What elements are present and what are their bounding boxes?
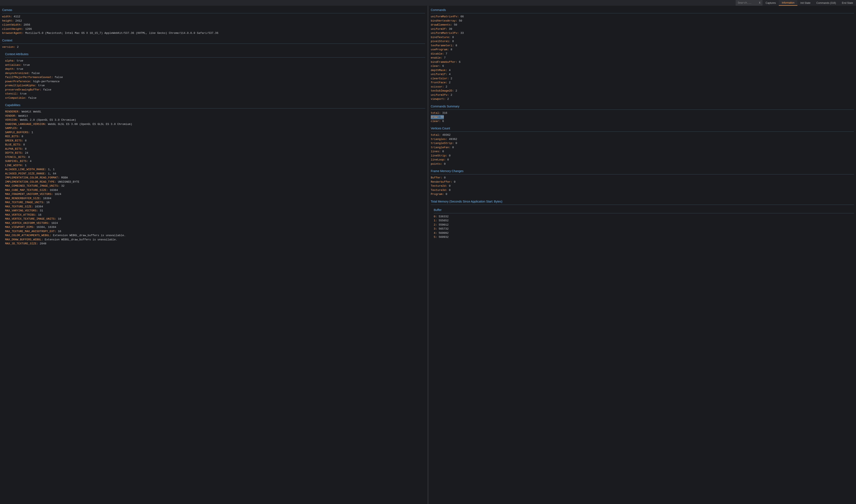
kv-value: 66: [459, 15, 464, 18]
kv-key: MAX_VIEWPORT_DIMS:: [5, 226, 35, 229]
kv-list: width: 4112height: 2412clientWidth: 2056…: [2, 15, 425, 35]
kv-row: uniform1f: 4: [431, 72, 854, 76]
section-context: Contextversion: 2: [2, 38, 425, 49]
left-pane[interactable]: Canvaswidth: 4112height: 2412clientWidth…: [0, 6, 429, 504]
kv-row: SAMPLES: 4: [5, 126, 425, 130]
kv-row: points: 0: [431, 162, 854, 166]
kv-key: SUBPIXEL_BITS:: [5, 160, 28, 163]
kv-row: uniform3fv: 2: [431, 93, 854, 97]
kv-row: uniform3f: 39: [431, 27, 854, 31]
kv-value: 0: [447, 184, 451, 187]
section-vertices-count: Vertices Counttotal: 49362triangles: 493…: [431, 126, 854, 166]
kv-value: false: [27, 96, 36, 100]
kv-row: SUBPIXEL_BITS: 4: [5, 159, 425, 163]
section-title[interactable]: Commands: [431, 8, 854, 13]
kv-key: MAX_VARYING_VECTORS:: [5, 209, 38, 212]
kv-key: MAX_DRAW_BUFFERS_WEBGL:: [5, 238, 43, 241]
kv-value: 1024: [53, 193, 61, 196]
search-clear-button[interactable]: X: [757, 0, 763, 6]
kv-key: lines:: [431, 150, 441, 153]
kv-key: VERSION:: [5, 119, 18, 122]
kv-value: 0: [441, 150, 444, 153]
section-title[interactable]: Commands Summary: [431, 104, 854, 110]
tab-information[interactable]: Information: [779, 0, 798, 6]
kv-row: total: 316: [431, 111, 854, 115]
kv-value: high-performance: [32, 80, 60, 83]
kv-key: texParameteri:: [431, 44, 454, 47]
kv-value: 2: [446, 97, 449, 101]
kv-row: clientHeight: 1206: [2, 27, 425, 31]
tab-captures[interactable]: Captures: [763, 0, 779, 6]
kv-row: MAX_TEXTURE_IMAGE_UNITS: 16: [5, 200, 425, 205]
search-input[interactable]: [736, 0, 757, 6]
kv-row: MAX_TEXTURE_SIZE: 16384: [5, 205, 425, 209]
kv-value: 0: [452, 180, 455, 183]
kv-key: ALIASED_POINT_SIZE_RANGE:: [5, 172, 46, 175]
kv-list: 0: 5363321: 5556522: 5590123: 5657324: 5…: [434, 215, 854, 239]
kv-key: enable:: [431, 56, 442, 59]
kv-row: browserAgent: Mozilla/5.0 (Macintosh; In…: [2, 31, 425, 35]
kv-value: Extension WEBGL_draw_buffers is unavaila…: [51, 234, 125, 237]
kv-row: MAX_VIEWPORT_DIMS: 16384, 16384: [5, 225, 425, 229]
section-title[interactable]: Context Attributes: [5, 52, 425, 57]
section-title[interactable]: Total Memory (Seconds Since Application …: [431, 199, 854, 205]
kv-row: SHADING_LANGUAGE_VERSION: WebGL GLSL ES …: [5, 122, 425, 126]
section-title[interactable]: Canvas: [2, 8, 425, 13]
kv-key: pixelStorei:: [431, 40, 451, 43]
tab-commands-316-[interactable]: Commands (316): [814, 0, 839, 6]
kv-row: MAX_DRAW_BUFFERS_WEBGL: Extension WEBGL_…: [5, 238, 425, 242]
kv-key: MAX_FRAGMENT_UNIFORM_VECTORS:: [5, 193, 53, 196]
section-title[interactable]: Vertices Count: [431, 126, 854, 132]
kv-value: 559012: [437, 223, 449, 227]
section-title[interactable]: Context: [2, 38, 425, 44]
kv-row: depthMask: 4: [431, 68, 854, 73]
kv-list: uniformMatrix4fv: 66bindVertexArray: 50d…: [431, 15, 854, 101]
kv-row: uniformMatrix3fv: 33: [431, 31, 854, 35]
kv-value: 2: [15, 46, 19, 49]
kv-value: 16384: [41, 197, 51, 200]
kv-key: Renderbuffer:: [431, 180, 452, 183]
tab-end-state[interactable]: End State: [839, 0, 856, 6]
section-title[interactable]: Buffer: [434, 208, 854, 213]
kv-key: MAX_3D_TEXTURE_SIZE:: [5, 242, 38, 245]
kv-value: 31: [38, 209, 43, 212]
section-capabilities: CapabilitiesRENDERER: WebKit WebGLVENDOR…: [5, 103, 425, 246]
kv-row: clearColor: 2: [431, 76, 854, 81]
kv-key: scissor:: [431, 85, 444, 88]
kv-value: 1, 64: [46, 172, 56, 175]
kv-row: Texture3d: 0: [431, 188, 854, 192]
kv-value: 569932: [437, 235, 449, 239]
section-title[interactable]: Capabilities: [5, 103, 425, 108]
kv-value: WebGL 2.0 (OpenGL ES 3.0 Chromium): [18, 119, 76, 122]
kv-row: MAX_TEXTURE_MAX_ANISOTROPY_EXT: 16: [5, 229, 425, 234]
right-pane[interactable]: CommandsuniformMatrix4fv: 66bindVertexAr…: [429, 6, 856, 504]
kv-key: stencil:: [5, 92, 18, 95]
kv-key: xrCompatible:: [5, 96, 27, 100]
kv-key: Texture3d:: [431, 188, 447, 192]
kv-value: 2412: [14, 19, 22, 22]
kv-value: 8: [23, 147, 27, 150]
kv-key: DEPTH_BITS:: [5, 151, 23, 155]
kv-row: lineStrip: 0: [431, 154, 854, 158]
kv-key: frontFace:: [431, 81, 447, 84]
kv-row: Program: 0: [431, 192, 854, 196]
kv-key: 4:: [434, 232, 437, 235]
kv-key: MAX_COLOR_ATTACHMENTS_WEBGL:: [5, 234, 51, 237]
section-title[interactable]: Frame Memory Changes: [431, 169, 854, 175]
kv-key: useProgram:: [431, 48, 449, 51]
kv-row: STENCIL_BITS: 8: [5, 155, 425, 159]
nav-tabs: CapturesInformationInit StateCommands (3…: [763, 0, 856, 6]
kv-row: 1: 555652: [434, 219, 854, 223]
kv-key: triangleFan:: [431, 146, 451, 149]
kv-key: bindVertexArray:: [431, 19, 457, 22]
kv-row: MAX_VERTEX_TEXTURE_IMAGE_UNITS: 16: [5, 217, 425, 221]
kv-value: 0: [442, 176, 446, 179]
kv-value: 4: [28, 160, 32, 163]
kv-value: 16384: [33, 205, 43, 208]
kv-value: 0: [454, 142, 457, 145]
kv-key: 1:: [434, 219, 437, 222]
tab-init-state[interactable]: Init State: [798, 0, 813, 6]
kv-key: bindFramebuffer:: [431, 60, 457, 64]
kv-key: uniform3f:: [431, 28, 447, 31]
kv-key: IMPLEMENTATION_COLOR_READ_FORMAT:: [5, 176, 59, 179]
